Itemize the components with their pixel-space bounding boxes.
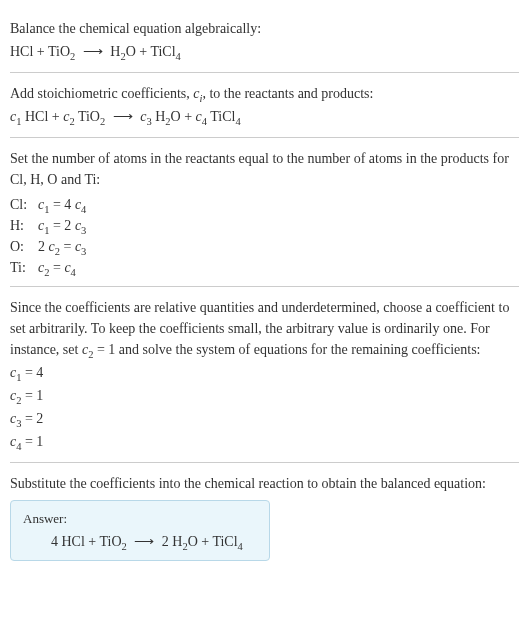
table-row: Ti: c2 = c4 xyxy=(10,257,519,278)
solve-text: Since the coefficients are relative quan… xyxy=(10,297,519,360)
problem-title: Balance the chemical equation algebraica… xyxy=(10,18,519,39)
table-row: O: 2 c2 = c3 xyxy=(10,236,519,257)
element-equation: c1 = 2 c3 xyxy=(38,215,86,236)
table-row: Cl: c1 = 4 c4 xyxy=(10,194,519,215)
solution-row: c4 = 1 xyxy=(10,431,519,452)
answer-box: Answer: 4 HCl + TiO2 ⟶ 2 H2O + TiCl4 xyxy=(10,500,270,561)
solution-row: c1 = 4 xyxy=(10,362,519,383)
table-row: H: c1 = 2 c3 xyxy=(10,215,519,236)
section-atom-balance: Set the number of atoms in the reactants… xyxy=(10,138,519,287)
balanced-equation: 4 HCl + TiO2 ⟶ 2 H2O + TiCl4 xyxy=(23,533,257,550)
atom-balance-table: Cl: c1 = 4 c4 H: c1 = 2 c3 O: 2 c2 = c3 … xyxy=(10,194,519,278)
coefficients-text: Add stoichiometric coefficients, ci, to … xyxy=(10,83,519,104)
element-label: Cl: xyxy=(10,194,38,215)
section-problem: Balance the chemical equation algebraica… xyxy=(10,8,519,73)
element-label: H: xyxy=(10,215,38,236)
answer-label: Answer: xyxy=(23,511,257,527)
solution-row: c3 = 2 xyxy=(10,408,519,429)
element-label: Ti: xyxy=(10,257,38,278)
section-solve: Since the coefficients are relative quan… xyxy=(10,287,519,463)
element-equation: c2 = c4 xyxy=(38,257,76,278)
section-coefficients: Add stoichiometric coefficients, ci, to … xyxy=(10,73,519,138)
section-answer: Substitute the coefficients into the che… xyxy=(10,463,519,569)
atom-balance-text: Set the number of atoms in the reactants… xyxy=(10,148,519,190)
coefficients-equation: c1 HCl + c2 TiO2 ⟶ c3 H2O + c4 TiCl4 xyxy=(10,106,519,127)
unbalanced-equation: HCl + TiO2 ⟶ H2O + TiCl4 xyxy=(10,41,519,62)
element-equation: c1 = 4 c4 xyxy=(38,194,86,215)
answer-text: Substitute the coefficients into the che… xyxy=(10,473,519,494)
solution-row: c2 = 1 xyxy=(10,385,519,406)
element-label: O: xyxy=(10,236,38,257)
element-equation: 2 c2 = c3 xyxy=(38,236,86,257)
